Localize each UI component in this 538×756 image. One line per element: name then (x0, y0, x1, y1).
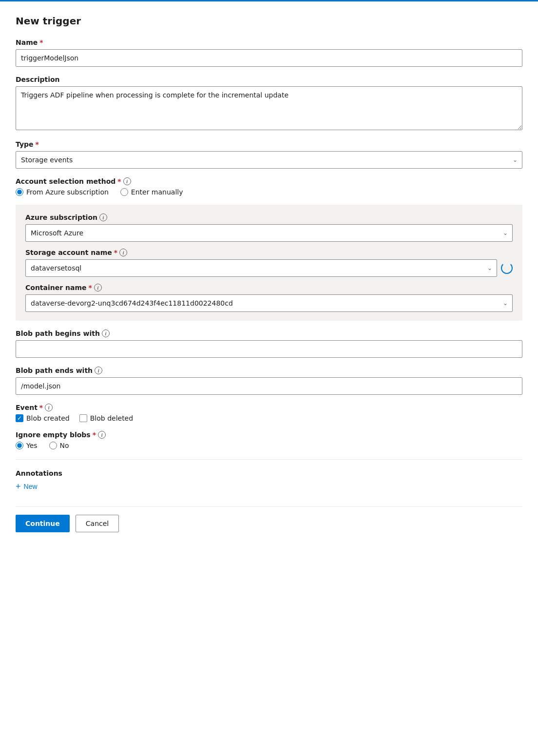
azure-subscription-select-wrapper: Microsoft Azure ⌄ (25, 224, 513, 242)
type-required-star: * (36, 140, 39, 148)
blob-deleted-checkbox-item[interactable]: Blob deleted (79, 414, 133, 422)
container-name-select[interactable]: dataverse-devorg2-unq3cd674d243f4ec11811… (25, 294, 513, 312)
blob-path-ends-info-icon[interactable]: i (95, 367, 102, 374)
radio-azure-input[interactable] (16, 188, 23, 196)
azure-subscription-select[interactable]: Microsoft Azure (25, 224, 513, 242)
add-annotation-label: New (24, 483, 38, 490)
annotations-field-group: Annotations + New (16, 469, 522, 491)
blob-created-label: Blob created (26, 414, 70, 422)
blob-deleted-label: Blob deleted (90, 414, 133, 422)
blob-created-checkbox[interactable]: ✓ (16, 414, 23, 422)
container-name-select-wrapper: dataverse-devorg2-unq3cd674d243f4ec11811… (25, 294, 513, 312)
blob-deleted-checkbox[interactable] (79, 414, 87, 422)
panel-title: New trigger (16, 15, 522, 27)
storage-account-label: Storage account name * i (25, 249, 513, 256)
container-name-required-star: * (89, 284, 92, 291)
radio-no-input[interactable] (49, 442, 57, 449)
refresh-icon[interactable] (501, 262, 513, 274)
blob-path-ends-field-group: Blob path ends with i (16, 367, 522, 395)
ignore-empty-blobs-required-star: * (93, 431, 96, 439)
account-selection-radio-group: From Azure subscription Enter manually (16, 188, 522, 196)
storage-account-select[interactable]: dataversetosql (25, 259, 497, 277)
plus-icon: + (16, 482, 21, 491)
event-required-star: * (39, 404, 43, 411)
ignore-empty-blobs-field-group: Ignore empty blobs * i Yes No (16, 431, 522, 449)
radio-enter-manually[interactable]: Enter manually (120, 188, 183, 196)
storage-account-row: dataversetosql ⌄ (25, 259, 513, 277)
ignore-empty-blobs-info-icon[interactable]: i (98, 431, 106, 439)
event-info-icon[interactable]: i (45, 404, 53, 411)
footer-buttons: Continue Cancel (16, 506, 522, 532)
description-label: Description (16, 76, 522, 83)
account-selection-info-icon[interactable]: i (123, 177, 131, 185)
name-label: Name * (16, 39, 522, 46)
storage-account-required-star: * (114, 249, 117, 256)
blob-created-checkbox-item[interactable]: ✓ Blob created (16, 414, 70, 422)
ignore-empty-blobs-label: Ignore empty blobs * i (16, 431, 522, 439)
azure-subscription-label: Azure subscription i (25, 213, 513, 221)
type-field-group: Type * Storage events Schedule Tumbling … (16, 140, 522, 169)
account-selection-label: Account selection method * i (16, 177, 522, 185)
storage-account-field-group: Storage account name * i dataversetosql … (25, 249, 513, 277)
type-select[interactable]: Storage events Schedule Tumbling window (16, 151, 522, 169)
add-annotation-button[interactable]: + New (16, 482, 38, 491)
description-input[interactable]: Triggers ADF pipeline when processing is… (16, 86, 522, 130)
description-field-group: Description Triggers ADF pipeline when p… (16, 76, 522, 132)
storage-account-info-icon[interactable]: i (119, 249, 127, 256)
blob-path-begins-info-icon[interactable]: i (102, 330, 110, 337)
cancel-button[interactable]: Cancel (76, 515, 119, 532)
blob-path-begins-label: Blob path begins with i (16, 330, 522, 337)
radio-manual-input[interactable] (120, 188, 128, 196)
event-label: Event * i (16, 404, 522, 411)
annotations-label: Annotations (16, 469, 522, 477)
name-field-group: Name * (16, 39, 522, 67)
radio-no-label: No (60, 442, 69, 449)
type-select-wrapper: Storage events Schedule Tumbling window … (16, 151, 522, 169)
event-field-group: Event * i ✓ Blob created Blob deleted (16, 404, 522, 422)
container-name-field-group: Container name * i dataverse-devorg2-unq… (25, 284, 513, 312)
azure-subscription-field-group: Azure subscription i Microsoft Azure ⌄ (25, 213, 513, 242)
container-name-info-icon[interactable]: i (94, 284, 102, 291)
radio-no[interactable]: No (49, 442, 69, 449)
event-checkbox-group: ✓ Blob created Blob deleted (16, 414, 522, 422)
container-name-label: Container name * i (25, 284, 513, 291)
subscription-section-box: Azure subscription i Microsoft Azure ⌄ S… (16, 205, 522, 321)
account-selection-required-star: * (117, 177, 121, 185)
radio-azure-subscription[interactable]: From Azure subscription (16, 188, 109, 196)
radio-yes-label: Yes (26, 442, 38, 449)
name-required-star: * (39, 39, 43, 46)
divider (16, 459, 522, 460)
account-selection-field-group: Account selection method * i From Azure … (16, 177, 522, 196)
name-input[interactable] (16, 49, 522, 67)
new-trigger-panel: New trigger Name * Description Triggers … (0, 0, 538, 756)
type-label: Type * (16, 140, 522, 148)
ignore-empty-blobs-radio-group: Yes No (16, 442, 522, 449)
blob-path-begins-input[interactable] (16, 340, 522, 358)
continue-button[interactable]: Continue (16, 515, 70, 532)
radio-azure-label: From Azure subscription (26, 188, 109, 196)
radio-manual-label: Enter manually (131, 188, 183, 196)
blob-path-ends-input[interactable] (16, 377, 522, 395)
azure-subscription-info-icon[interactable]: i (99, 213, 107, 221)
blob-path-begins-field-group: Blob path begins with i (16, 330, 522, 358)
radio-yes-input[interactable] (16, 442, 23, 449)
storage-account-select-wrapper: dataversetosql ⌄ (25, 259, 497, 277)
radio-yes[interactable]: Yes (16, 442, 38, 449)
blob-path-ends-label: Blob path ends with i (16, 367, 522, 374)
